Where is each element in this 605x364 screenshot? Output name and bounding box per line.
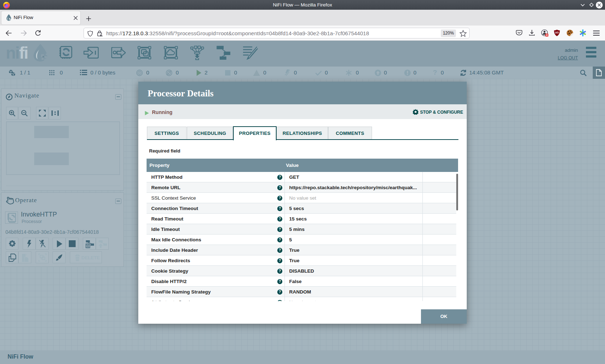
svg-text:UO: UO [555, 31, 559, 34]
